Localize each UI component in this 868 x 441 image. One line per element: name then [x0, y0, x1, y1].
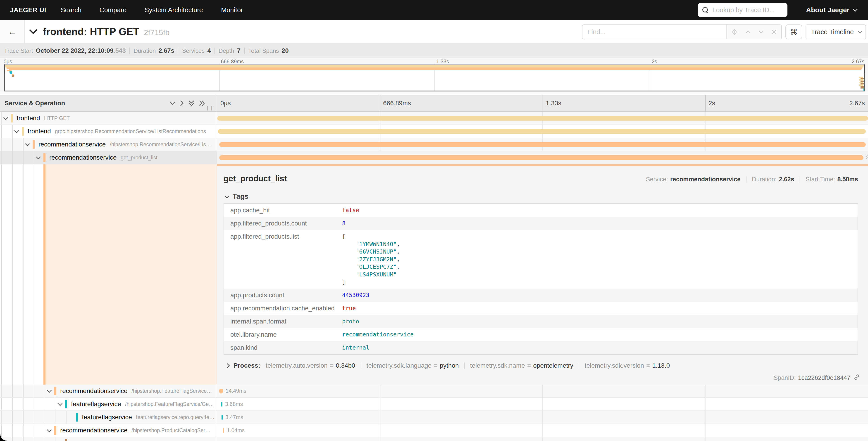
span-duration-bar[interactable]	[223, 428, 224, 433]
span-name-cell[interactable]: recommendationservice/hipstershop.Featur…	[0, 385, 217, 397]
indent-guide	[56, 411, 56, 423]
list-item-value: "66VCHSJNUP",	[342, 248, 855, 256]
start-time-value: 8.58ms	[837, 176, 858, 183]
process-section-header[interactable]: Process:telemetry.auto.version=0.34b0tel…	[223, 362, 858, 369]
span-timeline-cell[interactable]: 2.66s	[217, 138, 868, 151]
row-chevron-down-icon[interactable]	[47, 427, 52, 432]
service-operation-label: Service & Operation	[4, 99, 65, 107]
row-chevron-down-icon[interactable]	[14, 128, 19, 133]
expand-one-icon[interactable]	[180, 100, 184, 106]
span-name-cell[interactable]: featureflagservicefeatureflagservice.rep…	[0, 411, 217, 423]
tag-key: otel.library.name	[224, 328, 339, 341]
span-timeline-cell[interactable]: 1.04ms	[217, 424, 868, 437]
tags-section-header[interactable]: Tags	[223, 193, 858, 201]
span-name-cell[interactable]: productcatalogservice	[0, 437, 217, 441]
focus-match-icon[interactable]	[732, 29, 738, 35]
collapse-one-icon[interactable]	[169, 101, 175, 105]
nav-item-compare[interactable]: Compare	[91, 0, 135, 20]
span-duration-bar[interactable]	[217, 116, 868, 121]
timeline-ruler[interactable]: 0μs666.89ms1.33s2s2.67s	[217, 95, 868, 111]
trace-id-lookup-input[interactable]: Lookup by Trace ID...	[698, 3, 787, 17]
collapse-trace-chevron-icon[interactable]	[29, 26, 37, 34]
operation-name: grpc.hipstershop.RecommendationService/L…	[55, 128, 206, 135]
equals-sign: =	[330, 362, 334, 369]
span-duration-bar[interactable]	[219, 142, 866, 147]
viewport-scrubber-handle-left[interactable]	[4, 64, 5, 74]
span-name-cell[interactable]: recommendationserviceget_product_list	[0, 151, 217, 164]
expand-all-icon[interactable]	[199, 100, 205, 106]
trace-duration: Duration 2.67s	[133, 47, 174, 54]
span-timeline-cell[interactable]: 2.67s	[217, 112, 868, 124]
tag-key: app.filtered_products.list	[224, 230, 339, 289]
row-chevron-down-icon[interactable]	[58, 401, 62, 406]
span-name-cell[interactable]: featureflagservice/hipstershop.FeatureFl…	[0, 398, 217, 410]
span-id-value: 1ca2262df0e18447	[798, 375, 850, 381]
process-section-title: Process:	[234, 362, 260, 369]
span-detail-header: get_product_listService:recommendationse…	[223, 174, 858, 183]
span-duration-bar[interactable]	[219, 155, 864, 160]
span-duration-label: 2.62s	[866, 154, 868, 161]
process-value: opentelemetry	[533, 362, 573, 369]
span-timeline-cell[interactable]	[217, 437, 868, 441]
previous-match-icon[interactable]	[745, 30, 751, 33]
minimap-tick-label: 0μs	[4, 59, 12, 65]
span-timeline-cell[interactable]: 2.66s	[217, 125, 868, 138]
indent-guide	[45, 385, 45, 397]
indent-guide	[12, 398, 13, 410]
viewport-scrubber-handle-right[interactable]	[864, 64, 865, 74]
list-item-string: "OLJCESPC7Z"	[356, 264, 397, 270]
row-chevron-down-icon[interactable]	[3, 115, 8, 120]
indent-guide	[34, 164, 34, 385]
trace-title[interactable]: frontend: HTTP GET	[43, 26, 140, 37]
keyboard-shortcuts-button[interactable]: ⌘	[785, 25, 802, 39]
find-input[interactable]: Find...	[583, 25, 726, 39]
span-name-cell[interactable]: frontendHTTP GET	[0, 112, 217, 124]
span-duration-bar[interactable]	[221, 402, 222, 407]
column-resizer-handle[interactable]: ❙❙	[206, 105, 214, 111]
span-timeline-cell[interactable]: 2.62s	[217, 151, 868, 164]
minimap-tick-labels: 0μs666.89ms1.33s2s2.67s	[4, 58, 865, 64]
clear-find-icon[interactable]	[772, 30, 776, 34]
trace-view-selector[interactable]: Trace Timeline	[806, 25, 866, 39]
nav-item-system-architecture[interactable]: System Architecture	[135, 0, 212, 20]
depth-value: 7	[237, 47, 241, 54]
back-button[interactable]: ←	[0, 20, 25, 43]
span-name-cell[interactable]: recommendationservice/hipstershop.Recomm…	[0, 138, 217, 151]
copy-link-icon[interactable]	[850, 374, 860, 382]
about-jaeger-menu[interactable]: About Jaeger	[806, 6, 856, 14]
service-name: recommendationservice	[60, 427, 127, 434]
indent-guide	[45, 411, 45, 423]
indent-guide	[23, 437, 24, 441]
minimap-canvas[interactable]	[4, 64, 865, 91]
row-chevron-down-icon[interactable]	[36, 154, 41, 159]
span-name-cell[interactable]: recommendationservice/hipstershop.Produc…	[0, 424, 217, 437]
span-duration-bar[interactable]	[219, 389, 223, 393]
chevron-down-icon	[858, 29, 862, 33]
divider	[746, 176, 746, 183]
timeline-header: Service & Operation ❙❙ 0μs666.89ms1.33s2…	[0, 95, 868, 112]
ruler-tick-label: 0μs	[220, 99, 231, 107]
minimap-gap	[0, 91, 868, 95]
span-timeline-cell[interactable]: 3.68ms	[217, 398, 868, 410]
span-timeline-cell[interactable]: 14.49ms	[217, 385, 868, 397]
chevron-right-icon	[225, 363, 230, 368]
tag-value-text: 8	[342, 220, 345, 227]
nav-item-monitor[interactable]: Monitor	[212, 0, 252, 20]
span-duration-bar[interactable]	[221, 415, 223, 420]
service-name: featureflagservice	[82, 414, 132, 421]
collapse-all-icon[interactable]	[188, 100, 194, 106]
trace-depth: Depth 7	[219, 47, 241, 54]
row-chevron-down-icon[interactable]	[25, 141, 30, 146]
span-timeline-cell[interactable]: 3.47ms	[217, 411, 868, 423]
nav-item-search[interactable]: Search	[52, 0, 91, 20]
row-chevron-down-icon[interactable]	[47, 388, 52, 392]
tag-row: app.recommendation.cache_enabledtrue	[224, 302, 858, 315]
span-name-cell[interactable]: frontendgrpc.hipstershop.RecommendationS…	[0, 125, 217, 138]
span-duration-bar[interactable]	[218, 129, 866, 134]
app-logo[interactable]: JAEGER UI	[10, 6, 46, 14]
top-nav: JAEGER UI Search Compare System Architec…	[0, 0, 868, 20]
tag-key: app.products.count	[224, 289, 339, 302]
indent-guide	[23, 164, 24, 385]
next-match-icon[interactable]	[758, 30, 764, 33]
equals-sign: =	[527, 362, 531, 369]
